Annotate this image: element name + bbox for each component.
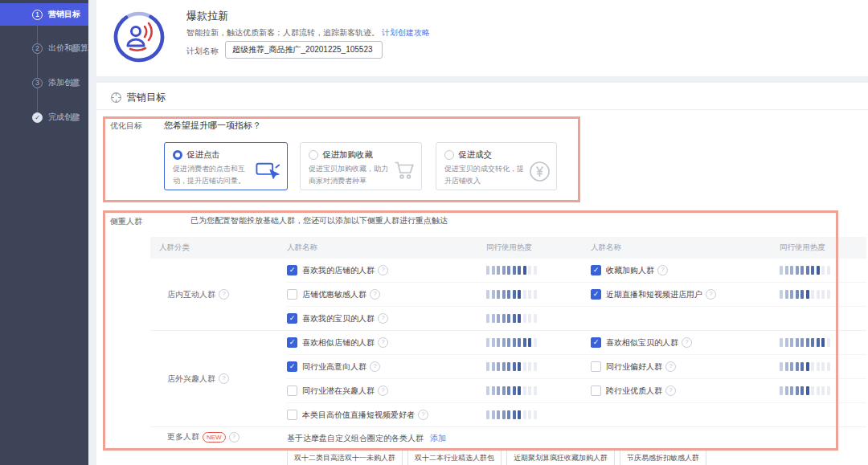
heat-bar [523, 314, 526, 323]
audience-cell: ✓喜欢我的宝贝的人群? [287, 313, 486, 324]
heat-cell [486, 314, 591, 323]
heat-bar [502, 362, 506, 371]
heat-bar [513, 314, 516, 323]
heat-bar [502, 266, 506, 275]
heat-bar [528, 386, 531, 395]
sidebar-step-3[interactable]: 3添加创意 [0, 71, 88, 94]
audience-column-header: 人群名称 [591, 243, 780, 253]
heat-bar [817, 362, 820, 371]
info-icon[interactable]: ? [378, 265, 388, 275]
audience-group-2: 店外兴趣人群?✓喜欢相似店铺的人群?✓喜欢相似宝贝的人群?✓同行业高意向人群?同… [150, 331, 866, 427]
heat-bar [528, 290, 531, 299]
info-icon[interactable]: ? [229, 432, 240, 443]
plan-name-input[interactable]: 超级推荐_商品推广_20201225_105523 [225, 41, 383, 59]
audience-group-cell: 店内互动人群? [150, 259, 287, 330]
heat-bar [507, 410, 510, 419]
checkbox[interactable]: ✓ [287, 361, 297, 372]
info-icon[interactable]: ? [378, 313, 388, 324]
add-audience-link[interactable]: 添加 [430, 433, 446, 444]
heat-bar [502, 410, 506, 419]
heat-cell [486, 290, 591, 299]
sidebar-step-4[interactable]: ✓完成创建 [0, 106, 88, 128]
info-icon[interactable]: ? [657, 265, 668, 275]
audience-name: 喜欢相似店铺的人群 [302, 337, 375, 349]
heat-bar [827, 338, 830, 347]
heat-bar [817, 338, 820, 347]
checkbox[interactable] [591, 361, 601, 372]
heat-bar [523, 386, 526, 395]
info-icon[interactable]: ? [665, 361, 676, 372]
app-root: 1营销目标2出价和预算3添加创意✓完成创建 爆款拉新 智能拉新，触达优质新客：人… [0, 0, 868, 465]
audience-name: 近期直播和短视频进店用户 [606, 289, 702, 300]
sidebar-step-1[interactable]: 1营销目标 [0, 3, 88, 26]
heat-bar [811, 290, 814, 299]
checkbox[interactable]: ✓ [591, 265, 601, 275]
marketing-goal-card: 营销目标 优化目标 您希望提升哪一项指标？ 促进点击促进消费者的点击和互动，提升… [96, 83, 868, 465]
checkbox[interactable]: ✓ [287, 337, 297, 348]
audience-cell: ✓喜欢相似店铺的人群? [287, 337, 486, 349]
audience-tag[interactable]: 双十二本行业精选人群包 [407, 450, 502, 465]
info-icon[interactable]: ? [682, 337, 692, 348]
audience-name: 同行业偏好人群 [606, 361, 662, 373]
audience-name: 本类目高价值直播短视频爱好者 [302, 410, 415, 421]
heat-bar [800, 386, 804, 395]
heat-bar [492, 362, 495, 371]
optimize-option-cards: 促进点击促进消费者的点击和互动，提升店铺访问量。促进加购收藏促进宝贝加购收藏，助… [164, 142, 557, 190]
checkbox[interactable]: ✓ [591, 337, 601, 348]
heat-bar [523, 266, 526, 275]
heat-bar [806, 338, 809, 347]
checkbox[interactable] [287, 289, 297, 300]
radio-icon[interactable] [173, 150, 182, 160]
info-icon[interactable]: ? [370, 289, 380, 300]
info-icon[interactable]: ? [219, 373, 229, 384]
optimize-goal-question: 您希望提升哪一项指标？ [164, 120, 261, 132]
audience-column-header: 人群分类 [150, 243, 287, 253]
heat-bar [518, 266, 521, 275]
audience-group-1: 店内互动人群?✓喜欢我的店铺的人群?✓收藏加购人群?店铺优惠敏感人群?✓近期直播… [150, 259, 866, 331]
heat-bar [497, 290, 500, 299]
audience-tag[interactable]: 近期聚划算疯狂收藏加购人群 [506, 450, 615, 465]
checkbox[interactable] [287, 385, 297, 396]
checkbox[interactable]: ✓ [287, 313, 297, 324]
guide-link[interactable]: 计划创建攻略 [382, 28, 430, 37]
optimize-option-2[interactable]: 促进加购收藏促进宝贝加购收藏，助力商家对消费者种草 [300, 142, 422, 190]
radio-icon[interactable] [444, 150, 454, 160]
sidebar-step-2[interactable]: 2出价和预算 [0, 37, 88, 59]
audience-group-cell: 店外兴趣人群? [150, 331, 287, 426]
checkbox[interactable]: ✓ [287, 265, 297, 275]
heat-indicator [780, 362, 830, 371]
table-row: ✓喜欢相似店铺的人群?✓喜欢相似宝贝的人群? [287, 331, 866, 355]
steps-sidebar: 1营销目标2出价和预算3添加创意✓完成创建 [0, 0, 88, 465]
optimize-option-title: 促进加购收藏 [322, 149, 373, 161]
info-icon[interactable]: ? [378, 337, 388, 348]
audience-tag[interactable]: 节庆易感折扣敏感人群 [620, 450, 706, 465]
checkbox[interactable] [591, 385, 601, 396]
info-icon[interactable]: ? [370, 361, 380, 372]
checkbox[interactable] [287, 410, 297, 420]
optimize-option-3[interactable]: 促进成交促进宝贝的成交转化，提升店铺收入 [436, 142, 557, 190]
optimize-option-1[interactable]: 促进点击促进消费者的点击和互动，提升店铺访问量。 [164, 142, 288, 190]
heat-bar [523, 338, 526, 347]
optimize-option-title: 促进成交 [458, 149, 492, 161]
heat-bar [534, 290, 537, 299]
audience-name: 店铺优惠敏感人群 [302, 289, 366, 300]
audience-group-rows: ✓喜欢我的店铺的人群?✓收藏加购人群?店铺优惠敏感人群?✓近期直播和短视频进店用… [287, 259, 866, 330]
heat-bar [806, 266, 809, 275]
heat-bar [523, 362, 526, 371]
heat-bar [780, 290, 783, 299]
audience-tag[interactable]: 双十二类目高活双十一未购人群 [287, 450, 403, 465]
info-icon[interactable]: ? [219, 289, 229, 300]
info-icon[interactable]: ? [706, 289, 716, 300]
heat-bar [811, 338, 814, 347]
info-icon[interactable]: ? [378, 385, 388, 396]
radio-icon[interactable] [309, 150, 318, 160]
heat-bar [817, 386, 820, 395]
audience-cell: 跨行业优质人群? [591, 385, 780, 397]
heat-indicator [780, 266, 830, 275]
checkbox[interactable]: ✓ [591, 289, 601, 300]
info-icon[interactable]: ? [418, 410, 428, 420]
step-number: 2 [32, 43, 43, 54]
info-icon[interactable]: ? [665, 385, 676, 396]
heat-bar [513, 266, 516, 275]
heat-bar [534, 362, 537, 371]
